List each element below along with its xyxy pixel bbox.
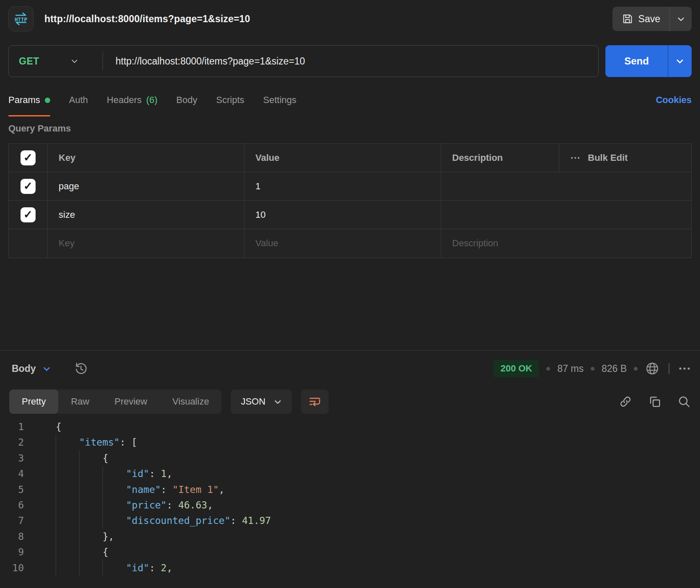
view-tab-visualize[interactable]: Visualize: [160, 389, 222, 414]
chevron-down-icon: [677, 15, 685, 23]
indent-guide: [79, 482, 103, 498]
response-body-code[interactable]: 1{2"items": [3{4"id": 1,5"name": "Item 1…: [0, 417, 700, 576]
format-selector[interactable]: JSON: [231, 389, 292, 414]
response-body-selector[interactable]: Body: [9, 363, 53, 375]
checkbox-cell: ✓: [9, 172, 48, 201]
method-selector[interactable]: GET: [9, 56, 88, 67]
send-button[interactable]: Send: [605, 45, 668, 77]
indent-guide: [56, 435, 79, 450]
code-tokens: "price": 46.63,: [126, 498, 213, 513]
code-tokens: "id": 2,: [126, 560, 172, 576]
response-size: 826 B: [602, 363, 627, 374]
wrap-lines-button[interactable]: [301, 389, 329, 414]
response-time: 87 ms: [557, 363, 584, 374]
chevron-down-icon: [43, 365, 51, 373]
param-key-cell[interactable]: size: [48, 201, 244, 229]
code-tokens: },: [103, 529, 114, 544]
param-value-cell[interactable]: 1: [244, 172, 441, 201]
tab-settings[interactable]: Settings: [263, 95, 297, 116]
response-history-button[interactable]: [71, 361, 91, 377]
response-toolbar: PrettyRawPreviewVisualize JSON: [0, 387, 700, 417]
code-line: 4"id": 1,: [0, 466, 700, 482]
globe-icon: [645, 361, 660, 376]
param-value-cell[interactable]: 10: [244, 201, 441, 229]
response-panel: Body 200 OK 87 ms 826: [0, 350, 700, 576]
line-number: 6: [0, 498, 40, 513]
line-number: 7: [0, 513, 40, 529]
tab-body[interactable]: Body: [176, 95, 197, 116]
response-actions: [619, 395, 691, 408]
param-description-input[interactable]: Description: [441, 229, 691, 258]
app-window: HTTP http://localhost:8000/items?page=1&…: [0, 0, 700, 588]
indent-guide: [79, 451, 103, 466]
code-line: 5"name": "Item 1",: [0, 482, 700, 498]
url-box: GET: [8, 45, 599, 77]
code-line: 1{: [0, 419, 700, 435]
code-tokens: "items": [: [79, 435, 137, 450]
code-content: "name": "Item 1",: [56, 482, 224, 498]
tab-auth[interactable]: Auth: [69, 95, 88, 116]
tab-label: Headers: [107, 95, 142, 106]
checkbox-cell: [9, 229, 48, 258]
copy-link-button[interactable]: [619, 395, 632, 408]
divider: [103, 52, 103, 70]
save-options-button[interactable]: [670, 7, 692, 31]
code-content: "price": 46.63,: [56, 498, 213, 513]
response-options-button[interactable]: [678, 366, 691, 371]
param-key-input[interactable]: Key: [48, 229, 244, 258]
param-description-cell[interactable]: [441, 201, 691, 229]
param-key-cell[interactable]: page: [48, 172, 244, 201]
indent-guide: [56, 451, 79, 466]
more-dots-icon: [570, 156, 580, 160]
response-meta: 200 OK 87 ms 826 B: [493, 360, 691, 377]
row-checkbox[interactable]: ✓: [21, 179, 36, 194]
view-tab-preview[interactable]: Preview: [102, 389, 160, 414]
separator-dot: [546, 367, 550, 371]
indent-guide: [56, 482, 79, 498]
send-options-button[interactable]: [668, 45, 692, 77]
indent-guide: [56, 513, 79, 529]
response-panel-label: Body: [12, 363, 36, 374]
search-response-button[interactable]: [677, 395, 691, 408]
tab-scripts[interactable]: Scripts: [216, 95, 244, 116]
chevron-down-icon: [676, 57, 684, 65]
code-content: {: [56, 544, 108, 560]
save-button[interactable]: Save: [612, 7, 669, 31]
indent-guide: [79, 529, 103, 544]
format-label: JSON: [241, 396, 265, 407]
chevron-down-icon: [274, 398, 282, 406]
tab-headers[interactable]: Headers(6): [107, 95, 157, 116]
save-button-label: Save: [638, 13, 660, 25]
cookies-link[interactable]: Cookies: [656, 95, 692, 106]
network-info-button[interactable]: [645, 361, 660, 376]
param-description-cell[interactable]: [441, 172, 691, 201]
code-line: 10"id": 2,: [0, 560, 700, 576]
copy-response-button[interactable]: [648, 395, 661, 408]
line-number: 10: [0, 560, 40, 576]
code-content: "id": 2,: [56, 560, 172, 576]
row-checkbox[interactable]: ✓: [21, 150, 36, 165]
wrap-line-icon: [308, 395, 322, 408]
params-modified-dot: [45, 98, 50, 103]
query-params-table: ✓KeyValueDescriptionBulk Edit✓page1✓size…: [8, 143, 692, 258]
indent-guide: [56, 466, 79, 482]
request-title: http://localhost:8000/items?page=1&size=…: [44, 13, 250, 25]
indent-guide: [79, 544, 103, 560]
bulk-edit-button[interactable]: Bulk Edit: [559, 144, 691, 172]
line-number: 8: [0, 529, 40, 544]
history-icon: [73, 361, 88, 376]
column-header-key[interactable]: Key: [48, 144, 244, 172]
http-icon: HTTP: [8, 6, 33, 31]
column-header-value[interactable]: Value: [244, 144, 441, 172]
view-tab-raw[interactable]: Raw: [58, 389, 102, 414]
url-input[interactable]: [115, 55, 598, 67]
row-checkbox[interactable]: ✓: [21, 207, 36, 222]
code-tokens: "name": "Item 1",: [126, 482, 224, 498]
view-tab-pretty[interactable]: Pretty: [9, 389, 58, 414]
request-tabs: ParamsAuthHeaders(6)BodyScriptsSettings: [8, 95, 296, 116]
column-header-description[interactable]: Description: [441, 144, 559, 172]
param-value-input[interactable]: Value: [244, 229, 441, 258]
tab-params[interactable]: Params: [8, 95, 50, 116]
tab-label: Settings: [263, 95, 297, 106]
code-tokens: {: [103, 544, 108, 560]
